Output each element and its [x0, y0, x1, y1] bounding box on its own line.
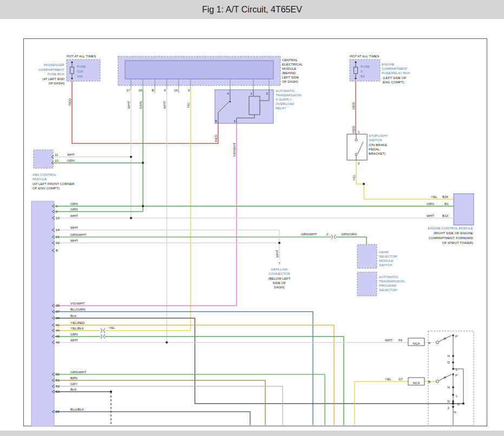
component-label: MODULE: [32, 177, 47, 181]
component-label: ENGINE CONTROL MODULE: [428, 226, 473, 230]
component-label: GEAR: [379, 250, 389, 254]
svg-text:L: L: [456, 394, 458, 398]
switch-pin: 1: [358, 130, 360, 134]
component-label: ENGINE: [382, 62, 395, 66]
svg-text:P: P: [455, 334, 457, 338]
fuse-box-outline: [350, 60, 380, 81]
component-label: MODULE: [282, 67, 296, 70]
component-location: LEFT SIDE: [282, 75, 299, 79]
component-label: SWITCH: [379, 263, 392, 267]
component-label: X-SUPPLY: [276, 97, 292, 101]
component-label: CONNECTOR: [269, 272, 290, 275]
component-location: OF DASH): [282, 80, 298, 83]
svg-text:P: P: [455, 373, 457, 377]
wire-color-label: RED: [68, 98, 71, 105]
wiring-diagram: HOT AT ALL TIMES FUSE C20 10A PASSENGER …: [0, 0, 504, 436]
component-label: PASSENGER: [44, 63, 65, 67]
svg-text:1: 1: [56, 204, 58, 208]
svg-text:BLK: BLK: [70, 387, 77, 391]
wire-color-label: RED: [351, 102, 355, 109]
wire-color-label: GRN/ORG: [341, 232, 357, 236]
svg-text:N: N: [448, 354, 450, 358]
relay-pin: 4: [227, 91, 230, 95]
svg-text:P: P: [457, 402, 460, 406]
svg-text:44: 44: [56, 328, 60, 332]
component-location: BRACKET): [369, 151, 385, 155]
connector-body: [31, 201, 54, 426]
svg-text:R: R: [444, 336, 447, 340]
svg-text:GRN: GRN: [70, 207, 78, 211]
svg-text:51: 51: [56, 378, 60, 382]
fuse-label: FUSE: [361, 64, 370, 68]
svg-text:BRN: BRN: [70, 376, 77, 380]
svg-text:N: N: [448, 385, 450, 389]
component-location: (LEFT SIDE OF: [383, 76, 407, 80]
wire-color-label: YEL: [109, 326, 115, 329]
svg-text:GRN/WHT: GRN/WHT: [70, 233, 87, 236]
svg-text:R: R: [444, 375, 447, 379]
component-location: PEDAL: [369, 147, 380, 151]
hot-label: HOT AT ALL TIMES: [350, 54, 379, 58]
svg-text:52: 52: [56, 384, 60, 388]
svg-text:D: D: [448, 399, 450, 403]
ecm-pin-num: B13: [442, 214, 449, 217]
svg-text:13: 13: [56, 216, 60, 220]
relay-pin: 1: [251, 91, 253, 95]
svg-text:35: 35: [56, 303, 60, 307]
abs-pin-color: WHT: [67, 153, 75, 156]
svg-text:53: 53: [56, 389, 60, 393]
relay-outline: [215, 90, 273, 123]
wire-color-label: WHT: [385, 338, 392, 342]
fuse-label: FUSE: [77, 64, 86, 68]
component-location: OF ENG COMPT): [32, 186, 60, 190]
svg-text:3: 3: [448, 406, 450, 409]
component-location: SIDE OF: [273, 281, 286, 285]
ecm-pin-color: WHT: [427, 214, 434, 217]
component-label: STOPLIGHT: [369, 134, 388, 137]
relay-pin: 2: [266, 91, 269, 95]
component-location: (AT LEFT FRONT CORNER: [32, 182, 75, 186]
wire-color-label: VIO/WHT: [232, 142, 236, 157]
abs-pin-color: GRN: [67, 158, 75, 162]
cem-pin: 9: [188, 88, 190, 92]
component-label: SELECTOR: [379, 288, 397, 292]
wire-color-label: GRN/WHT: [301, 232, 317, 236]
component-location: (BELOW LEFT: [268, 276, 290, 280]
ecm-pin-color: YEL: [431, 195, 437, 199]
ecm-pin-color: GRN: [427, 202, 434, 206]
cem-pin: 17: [127, 88, 130, 92]
nca-label: NCA: [413, 381, 420, 385]
svg-text:GRN: GRN: [70, 332, 78, 336]
svg-text:22: 22: [56, 241, 60, 245]
ecm-pin-num: B26: [442, 195, 449, 199]
component-label: ELECTRICAL: [282, 62, 303, 66]
svg-text:WHT: WHT: [70, 338, 78, 342]
svg-text:B: B: [56, 248, 58, 252]
cem-pin: 18: [139, 88, 142, 92]
svg-text:BLU/BLK: BLU/BLK: [70, 407, 84, 411]
component-label: CENTRAL: [282, 58, 298, 62]
component-location: (AT LEFT END: [42, 77, 64, 81]
component-location: (ON BRAKE: [369, 143, 387, 147]
splice-pin: 2: [326, 232, 329, 236]
abs-pin-num: 10: [55, 158, 58, 162]
wire-color-label: YEL: [352, 174, 356, 181]
switch-pin: 2: [358, 161, 360, 165]
component-label: TRANSMISSION: [379, 279, 404, 283]
fuse-amps: 5A: [361, 74, 365, 78]
component-label: PROGRAM: [379, 283, 396, 287]
component-label: TRANSMISSION: [276, 93, 301, 97]
wire-color-label: GRN: [139, 101, 142, 109]
svg-text:YEL/RED: YEL/RED: [70, 321, 85, 325]
ecm-pin-num: B1: [444, 202, 449, 206]
cem-pin: B: [152, 88, 154, 92]
datalink-pin: 7: [278, 261, 280, 265]
fuse-amps: 10A: [77, 74, 83, 78]
wire-color-label: YEL: [186, 102, 190, 108]
svg-text:GRN/WHT: GRN/WHT: [70, 370, 87, 374]
fuse-id: C20: [77, 69, 83, 73]
component-location: ENG COMPT): [383, 80, 404, 84]
svg-text:L: L: [456, 367, 458, 371]
component-location: (RIGHT SIDE OF ENGINE: [434, 231, 473, 235]
component-label: DATA LINK: [271, 267, 289, 271]
